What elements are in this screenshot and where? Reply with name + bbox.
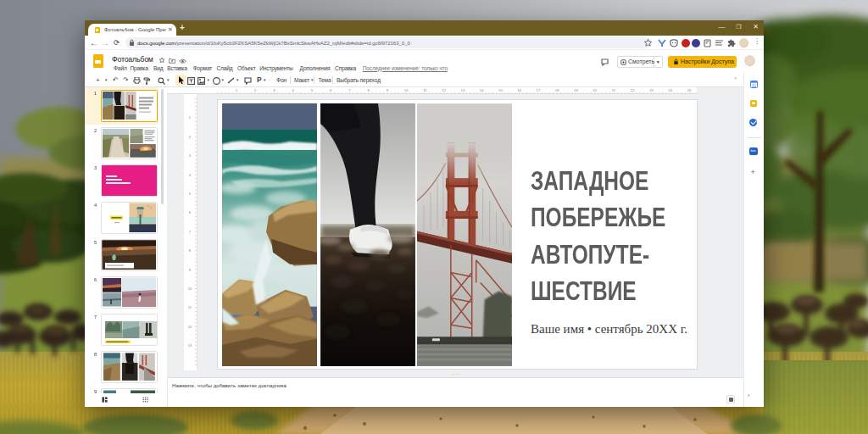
svg-text:5: 5 bbox=[189, 192, 192, 196]
svg-text:3: 3 bbox=[273, 88, 275, 92]
svg-text:13: 13 bbox=[188, 343, 192, 348]
svg-text:14: 14 bbox=[479, 88, 483, 92]
svg-text:23: 23 bbox=[649, 88, 654, 92]
svg-text:1: 1 bbox=[189, 115, 192, 120]
svg-text:16: 16 bbox=[517, 88, 521, 92]
svg-text:6: 6 bbox=[189, 210, 192, 214]
svg-text:9: 9 bbox=[386, 88, 388, 92]
svg-text:9: 9 bbox=[189, 268, 192, 272]
svg-text:17: 17 bbox=[536, 88, 540, 92]
svg-text:12: 12 bbox=[188, 325, 192, 329]
svg-text:4: 4 bbox=[189, 173, 192, 177]
svg-text:7: 7 bbox=[348, 88, 351, 92]
svg-text:21: 21 bbox=[611, 88, 615, 92]
svg-text:10: 10 bbox=[188, 287, 192, 291]
svg-text:6: 6 bbox=[330, 88, 332, 92]
svg-text:7: 7 bbox=[189, 230, 192, 234]
svg-text:24: 24 bbox=[668, 88, 672, 92]
svg-text:4: 4 bbox=[292, 88, 294, 92]
svg-text:19: 19 bbox=[574, 88, 578, 92]
svg-text:3: 3 bbox=[189, 153, 192, 158]
svg-text:2: 2 bbox=[254, 88, 257, 92]
svg-text:10: 10 bbox=[403, 88, 408, 92]
svg-text:11: 11 bbox=[188, 305, 192, 309]
svg-text:8: 8 bbox=[189, 248, 192, 253]
svg-text:11: 11 bbox=[423, 88, 427, 92]
svg-text:8: 8 bbox=[367, 88, 370, 92]
svg-text:18: 18 bbox=[554, 88, 559, 92]
svg-text:22: 22 bbox=[630, 88, 634, 92]
svg-text:13: 13 bbox=[460, 88, 465, 92]
svg-text:31: 31 bbox=[751, 83, 756, 88]
svg-text:25: 25 bbox=[687, 88, 691, 92]
svg-text:1: 1 bbox=[235, 88, 237, 92]
svg-text:12: 12 bbox=[442, 88, 446, 92]
svg-text:15: 15 bbox=[498, 88, 503, 92]
svg-text:20: 20 bbox=[593, 88, 597, 92]
svg-text:2: 2 bbox=[189, 135, 192, 139]
svg-text:5: 5 bbox=[310, 88, 313, 92]
